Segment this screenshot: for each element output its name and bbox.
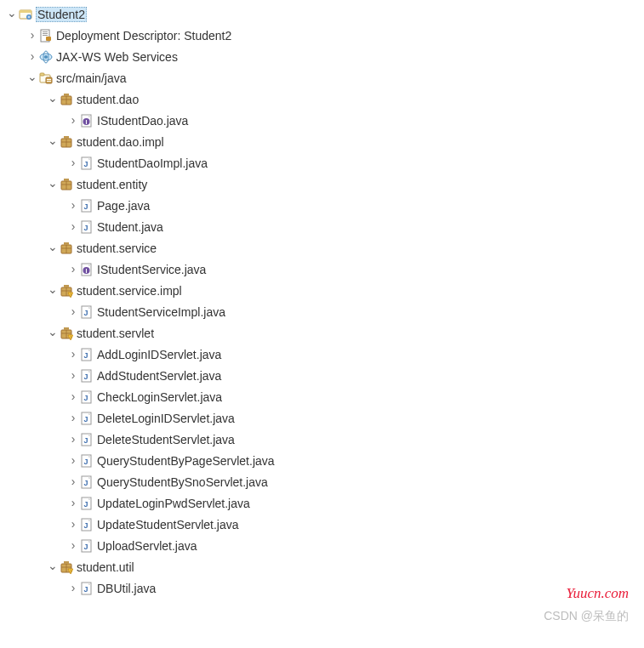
- expand-arrow-right-icon[interactable]: [26, 29, 39, 43]
- expand-arrow-down-icon[interactable]: [46, 135, 60, 149]
- tree-item[interactable]: !student.service.impl: [0, 280, 644, 301]
- svg-rect-42: [64, 327, 69, 330]
- expand-arrow-right-icon[interactable]: [66, 433, 80, 446]
- tree-item[interactable]: JAddStudentServlet.java: [0, 365, 644, 386]
- tree-item[interactable]: student.service: [0, 237, 644, 259]
- jax-icon: [39, 50, 53, 64]
- tree-item-label: DeleteLoginIDServlet.java: [97, 412, 235, 425]
- tree-item[interactable]: !student.servlet: [0, 322, 644, 344]
- expand-arrow-right-icon[interactable]: [66, 369, 80, 383]
- java-icon: J: [80, 390, 94, 404]
- svg-text:J: J: [83, 415, 88, 423]
- tree-item[interactable]: !student.util: [0, 556, 644, 577]
- tree-item-label: StudentServiceImpl.java: [97, 305, 225, 319]
- expand-arrow-down-icon[interactable]: [46, 242, 60, 255]
- tree-item[interactable]: IIStudentService.java: [0, 259, 644, 280]
- tree-item[interactable]: JUpdateStudentServlet.java: [0, 514, 644, 535]
- java-icon: J: [80, 497, 94, 510]
- java-icon: J: [80, 412, 94, 425]
- expand-arrow-right-icon[interactable]: [66, 263, 80, 276]
- svg-text:J: J: [83, 372, 88, 381]
- java-icon: J: [80, 433, 94, 446]
- java-icon: J: [80, 518, 94, 531]
- project-icon: [19, 8, 32, 21]
- java-icon: J: [80, 156, 94, 170]
- svg-text:J: J: [83, 351, 88, 360]
- tree-item[interactable]: JDeleteLoginIDServlet.java: [0, 407, 644, 429]
- expand-arrow-right-icon[interactable]: [66, 390, 80, 404]
- expand-arrow-right-icon[interactable]: [66, 305, 80, 319]
- tree-item[interactable]: JUploadServlet.java: [0, 535, 644, 556]
- expand-arrow-right-icon[interactable]: [66, 454, 80, 468]
- expand-arrow-right-icon[interactable]: [66, 518, 80, 531]
- svg-point-10: [44, 55, 48, 59]
- java-icon: J: [80, 475, 94, 489]
- tree-item-label: Student.java: [97, 220, 163, 234]
- expand-arrow-down-icon[interactable]: [46, 284, 60, 298]
- expand-arrow-right-icon[interactable]: [66, 582, 80, 595]
- expand-arrow-right-icon[interactable]: [66, 412, 80, 425]
- tree-item[interactable]: JStudentDaoImpl.java: [0, 152, 644, 173]
- expand-arrow-right-icon[interactable]: [66, 156, 80, 170]
- tree-item[interactable]: JDeleteStudentServlet.java: [0, 429, 644, 450]
- expand-arrow-right-icon[interactable]: [66, 539, 80, 553]
- tree-item[interactable]: JDBUtil.java: [0, 577, 644, 599]
- tree-item-label: Student2: [36, 7, 87, 22]
- site-watermark: Yuucn.com: [566, 585, 629, 602]
- pkg-icon: [60, 242, 73, 255]
- tree-item[interactable]: JStudent.java: [0, 216, 644, 237]
- tree-item[interactable]: JAX-WS Web Services: [0, 46, 644, 67]
- javai-icon: I: [80, 263, 94, 276]
- tree-item[interactable]: student.dao: [0, 88, 644, 110]
- expand-arrow-down-icon[interactable]: [46, 560, 60, 574]
- expand-arrow-right-icon[interactable]: [66, 220, 80, 234]
- tree-item-label: JAX-WS Web Services: [56, 50, 178, 64]
- svg-rect-6: [43, 35, 48, 36]
- expand-arrow-down-icon[interactable]: [5, 8, 19, 21]
- expand-arrow-right-icon[interactable]: [66, 114, 80, 128]
- svg-text:I: I: [86, 268, 88, 274]
- expand-arrow-right-icon[interactable]: [66, 475, 80, 489]
- tree-item-label: src/main/java: [56, 71, 126, 85]
- java-icon: J: [80, 582, 94, 595]
- tree-item[interactable]: Student2: [0, 3, 644, 25]
- svg-rect-15: [47, 81, 51, 82]
- java-icon: J: [80, 220, 94, 234]
- tree-item-label: QueryStudentBySnoServlet.java: [97, 475, 268, 489]
- expand-arrow-down-icon[interactable]: [46, 93, 60, 106]
- tree-item[interactable]: JPage.java: [0, 195, 644, 216]
- svg-rect-37: [64, 285, 69, 287]
- svg-rect-14: [47, 79, 51, 80]
- expand-arrow-right-icon[interactable]: [66, 497, 80, 510]
- expand-arrow-right-icon[interactable]: [26, 50, 39, 64]
- java-icon: J: [80, 305, 94, 319]
- tree-item[interactable]: src/main/java: [0, 67, 644, 88]
- svg-rect-17: [64, 94, 69, 96]
- tree-item[interactable]: JUpdateLoginPwdServlet.java: [0, 492, 644, 514]
- expand-arrow-right-icon[interactable]: [66, 199, 80, 213]
- tree-item-label: student.dao: [77, 93, 139, 106]
- tree-item[interactable]: student.dao.impl: [0, 131, 644, 152]
- tree-item-label: QueryStudentByPageServlet.java: [97, 454, 275, 468]
- expand-arrow-down-icon[interactable]: [26, 71, 39, 85]
- tree-item[interactable]: student.entity: [0, 173, 644, 195]
- src-icon: [39, 71, 53, 85]
- project-explorer-tree: Student2Deployment Descriptor: Student2J…: [0, 0, 644, 602]
- tree-item-label: UpdateLoginPwdServlet.java: [97, 497, 250, 510]
- svg-text:!: !: [71, 569, 71, 574]
- csdn-watermark: CSDN @呆鱼的: [544, 609, 629, 624]
- tree-item[interactable]: JCheckLoginServlet.java: [0, 386, 644, 407]
- tree-item[interactable]: Deployment Descriptor: Student2: [0, 25, 644, 46]
- svg-text:!: !: [71, 335, 71, 340]
- expand-arrow-down-icon[interactable]: [46, 327, 60, 340]
- svg-rect-32: [64, 242, 69, 245]
- tree-item[interactable]: JAddLoginIDServlet.java: [0, 344, 644, 365]
- tree-item-label: StudentDaoImpl.java: [97, 156, 208, 170]
- pkg-icon: [60, 178, 73, 191]
- expand-arrow-right-icon[interactable]: [66, 348, 80, 361]
- tree-item[interactable]: JStudentServiceImpl.java: [0, 301, 644, 322]
- tree-item[interactable]: IIStudentDao.java: [0, 110, 644, 131]
- tree-item[interactable]: JQueryStudentByPageServlet.java: [0, 450, 644, 471]
- expand-arrow-down-icon[interactable]: [46, 178, 60, 191]
- tree-item[interactable]: JQueryStudentBySnoServlet.java: [0, 471, 644, 492]
